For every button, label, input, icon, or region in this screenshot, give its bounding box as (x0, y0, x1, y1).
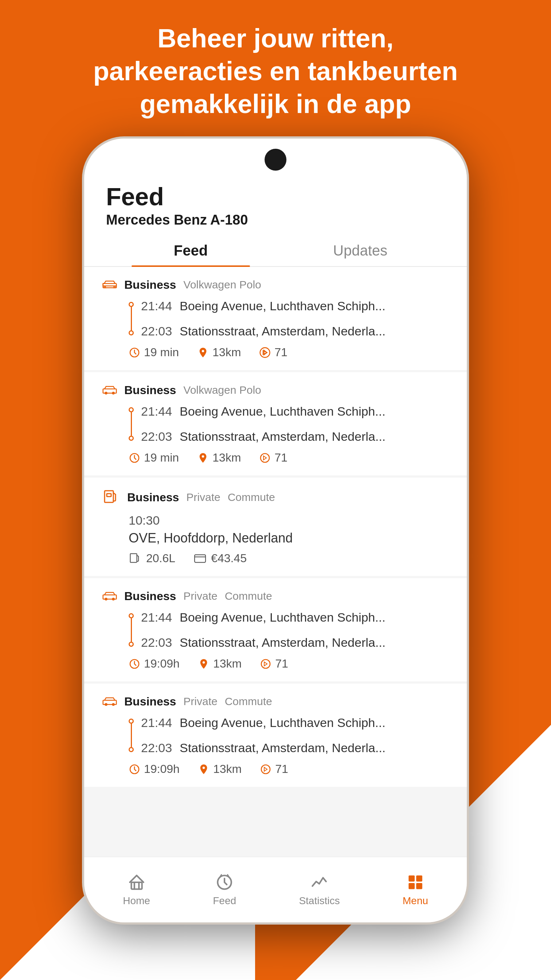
menu-icon (407, 873, 424, 891)
duration-5: 19:09h (129, 762, 179, 776)
nav-item-statistics[interactable]: Statistics (284, 867, 354, 913)
to-time-1: 22:03 (141, 324, 174, 338)
to-row-2: 22:03 Stationsstraat, Amsterdam, Nederla… (141, 430, 386, 444)
trip-meta-2: 19 min 13km (129, 451, 449, 465)
tag-business-4: Business (124, 590, 176, 603)
score-icon-5 (260, 764, 272, 775)
route-line-1 (129, 299, 134, 338)
from-address-2: Boeing Avenue, Luchthaven Schiph... (179, 404, 386, 418)
phone-screen: Feed Mercedes Benz A-180 Feed Updates (84, 138, 467, 923)
feed-item-4[interactable]: Business Private Commute 21:44 (84, 578, 467, 681)
from-address-1: Boeing Avenue, Luchthaven Schiph... (179, 299, 386, 313)
vehicle-2: Volkwagen Polo (183, 384, 261, 396)
to-address-5: Stationsstraat, Amsterdam, Nederla... (179, 741, 386, 755)
distance-5: 13km (198, 762, 241, 776)
route-vertical-1 (131, 307, 132, 330)
feed-icon (215, 873, 233, 891)
score-2: 71 (259, 451, 287, 465)
route-section-1: 21:44 Boeing Avenue, Luchthaven Schiph..… (129, 299, 449, 338)
svg-rect-9 (130, 554, 137, 562)
to-address-2: Stationsstraat, Amsterdam, Nederla... (179, 430, 386, 444)
score-icon-4 (260, 658, 272, 670)
svg-rect-10 (195, 555, 205, 562)
tag-private-3: Private (186, 491, 220, 503)
route-section-2: 21:44 Boeing Avenue, Luchthaven Schiph..… (129, 404, 449, 444)
feed-item-3[interactable]: Business Private Commute 10:30 OVE, Hoof… (84, 477, 467, 576)
fuel-time: 10:30 (129, 513, 449, 528)
trip-meta-5: 19:09h 13km (129, 762, 449, 776)
route-line-2 (129, 404, 134, 444)
score-icon-2 (259, 452, 271, 464)
fuel-cost: €43.45 (194, 552, 247, 565)
fuel-location: OVE, Hoofddorp, Nederland (129, 530, 449, 546)
route-dot-bottom-5 (129, 747, 134, 752)
from-row-4: 21:44 Boeing Avenue, Luchthaven Schiph..… (141, 610, 386, 625)
statistics-icon (310, 873, 328, 891)
from-time-2: 21:44 (141, 404, 174, 418)
from-address-5: Boeing Avenue, Luchthaven Schiph... (179, 716, 386, 730)
route-addresses-1: 21:44 Boeing Avenue, Luchthaven Schiph..… (141, 299, 386, 338)
nav-item-home[interactable]: Home (108, 867, 165, 913)
fuel-icon (102, 488, 120, 506)
from-row-2: 21:44 Boeing Avenue, Luchthaven Schiph..… (141, 404, 386, 418)
feed-item-5[interactable]: Business Private Commute 21:44 (84, 684, 467, 787)
clock-icon-4 (129, 658, 140, 670)
from-time-1: 21:44 (141, 299, 174, 313)
route-section-4: 21:44 Boeing Avenue, Luchthaven Schiph..… (129, 610, 449, 650)
feed-item-2[interactable]: Business Volkwagen Polo 21:44 Boein (84, 372, 467, 476)
tag-commute-5: Commute (225, 695, 272, 708)
trip-meta-1: 19 min 13km (129, 345, 449, 359)
route-dot-bottom-2 (129, 436, 134, 441)
tag-business-2: Business (124, 383, 176, 397)
tabs-container: Feed Updates (84, 232, 467, 267)
to-row-5: 22:03 Stationsstraat, Amsterdam, Nederla… (141, 741, 386, 755)
to-time-4: 22:03 (141, 635, 174, 650)
tag-commute-4: Commute (225, 590, 272, 602)
route-dot-bottom-1 (129, 330, 134, 336)
to-row-4: 22:03 Stationsstraat, Amsterdam, Nederla… (141, 635, 386, 650)
to-time-2: 22:03 (141, 430, 174, 444)
svg-rect-23 (408, 875, 415, 881)
route-dot-top-5 (129, 719, 134, 724)
score-5: 71 (260, 762, 288, 776)
to-row-1: 22:03 Stationsstraat, Amsterdam, Nederla… (141, 324, 386, 338)
score-1: 71 (259, 345, 287, 359)
fuel-pump-icon (129, 552, 142, 565)
clock-icon-1 (129, 347, 140, 358)
nav-item-feed[interactable]: Feed (198, 867, 251, 913)
fuel-meta: 20.6L €43.45 (129, 552, 449, 565)
to-address-1: Stationsstraat, Amsterdam, Nederla... (179, 324, 386, 338)
route-vertical-2 (131, 412, 132, 436)
clock-icon-2 (129, 452, 140, 464)
svg-rect-21 (131, 882, 142, 889)
tab-feed[interactable]: Feed (106, 232, 275, 266)
route-line-5 (129, 716, 134, 755)
svg-rect-24 (416, 875, 422, 881)
from-row-1: 21:44 Boeing Avenue, Luchthaven Schiph..… (141, 299, 386, 313)
clock-icon-5 (129, 764, 140, 775)
nav-label-menu: Menu (403, 895, 428, 907)
route-dot-top-4 (129, 613, 134, 618)
duration-1: 19 min (129, 345, 179, 359)
tab-updates[interactable]: Updates (275, 232, 445, 266)
route-section-5: 21:44 Boeing Avenue, Luchthaven Schiph..… (129, 716, 449, 755)
bottom-nav: Home Feed Stati (84, 857, 467, 923)
svg-point-15 (261, 660, 270, 668)
feed-list[interactable]: Business Volkwagen Polo 21:44 Boein (84, 267, 467, 857)
from-time-5: 21:44 (141, 716, 174, 730)
route-vertical-4 (131, 618, 132, 642)
car-icon-5 (102, 695, 117, 708)
nav-item-menu[interactable]: Menu (388, 867, 443, 913)
route-dot-top-2 (129, 407, 134, 412)
tag-private-5: Private (183, 695, 217, 708)
location-icon-4 (198, 658, 210, 670)
route-dot-bottom-4 (129, 642, 134, 647)
from-time-4: 21:44 (141, 610, 174, 625)
feed-item-header-2: Business Volkwagen Polo (102, 383, 449, 397)
svg-rect-26 (416, 883, 422, 889)
location-icon-2 (197, 452, 209, 464)
location-icon-5 (198, 764, 210, 775)
feed-item-1[interactable]: Business Volkwagen Polo 21:44 Boein (84, 267, 467, 370)
duration-4: 19:09h (129, 657, 179, 670)
distance-2: 13km (197, 451, 241, 465)
